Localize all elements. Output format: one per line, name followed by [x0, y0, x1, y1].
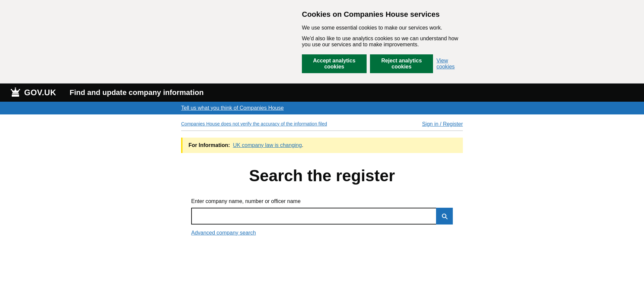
svg-point-4: [19, 89, 20, 90]
search-icon: [441, 212, 448, 220]
gov-logo-link[interactable]: GOV.UK: [10, 88, 56, 98]
svg-point-3: [15, 88, 16, 89]
site-header: GOV.UK Find and update company informati…: [0, 84, 644, 102]
svg-point-2: [11, 89, 12, 90]
search-button[interactable]: [436, 208, 453, 225]
cookie-buttons: Accept analytics cookies Reject analytic…: [302, 54, 463, 73]
search-form: [191, 208, 453, 225]
crown-icon: [10, 88, 21, 98]
advanced-search-link[interactable]: Advanced company search: [191, 230, 453, 236]
svg-rect-0: [12, 93, 19, 94]
survey-link[interactable]: Tell us what you think of Companies Hous…: [181, 105, 284, 111]
search-input[interactable]: [191, 208, 436, 225]
cookie-banner-title: Cookies on Companies House services: [302, 10, 463, 19]
info-suffix: .: [302, 142, 303, 148]
search-heading: Search the register: [181, 166, 463, 185]
top-bar: Companies House does not verify the accu…: [181, 121, 463, 131]
view-cookies-link[interactable]: View cookies: [436, 58, 463, 70]
sign-in-link[interactable]: Sign in / Register: [422, 121, 463, 127]
search-label: Enter company name, number or officer na…: [191, 198, 453, 204]
accept-cookies-button[interactable]: Accept analytics cookies: [302, 54, 367, 73]
svg-rect-1: [12, 95, 19, 97]
gov-logo-text: GOV.UK: [24, 88, 56, 97]
search-section: Search the register Enter company name, …: [181, 166, 463, 236]
reject-cookies-button[interactable]: Reject analytics cookies: [370, 54, 433, 73]
survey-bar: Tell us what you think of Companies Hous…: [0, 102, 644, 114]
main-content: Companies House does not verify the accu…: [0, 114, 644, 298]
disclaimer-link[interactable]: Companies House does not verify the accu…: [181, 121, 327, 127]
info-box: For Information: UK company law is chang…: [181, 138, 463, 153]
cookie-banner: Cookies on Companies House services We u…: [0, 0, 644, 84]
info-link[interactable]: UK company law is changing: [233, 142, 302, 148]
info-label: For Information:: [189, 142, 230, 148]
cookie-banner-text2: We'd also like to use analytics cookies …: [302, 36, 463, 48]
header-title: Find and update company information: [69, 88, 204, 97]
cookie-banner-text1: We use some essential cookies to make ou…: [302, 25, 463, 31]
search-container: Enter company name, number or officer na…: [191, 198, 453, 236]
